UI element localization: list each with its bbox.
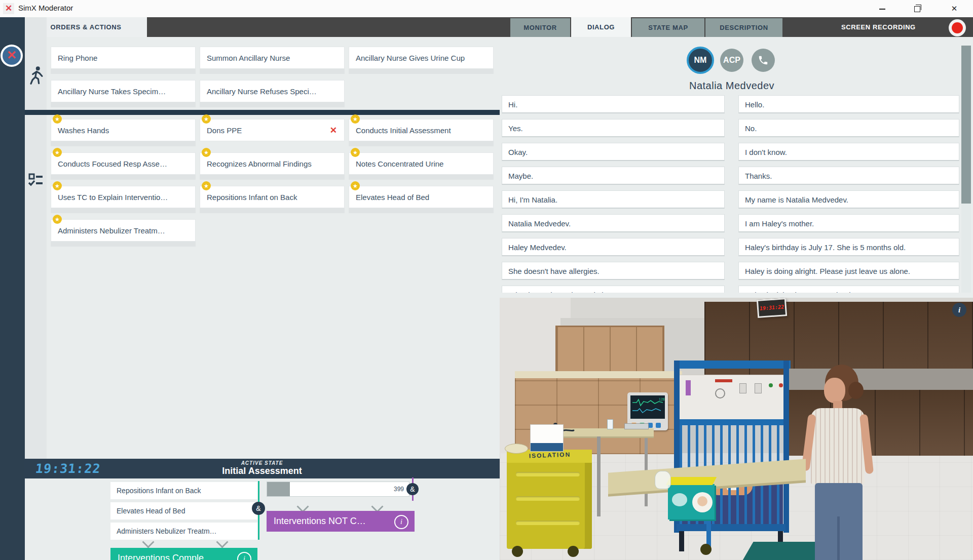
tab-dialog[interactable]: DIALOG	[571, 17, 631, 37]
order-card-in-progress[interactable]: Dons PPE ✕	[200, 119, 345, 141]
sim-mother-hair-bun	[848, 382, 864, 399]
dialog-options-left: Hi. Yes. Okay. Maybe. Hi, I'm Natalia. N…	[502, 95, 725, 293]
order-card-starred[interactable]: Conducts Focused Resp Asse…	[51, 152, 196, 175]
sim-diaper-box-top	[666, 477, 717, 485]
sim-mother-top	[811, 408, 865, 484]
order-card[interactable]: Summon Ancillary Nurse	[200, 47, 345, 69]
sim-diaper-box	[668, 484, 715, 519]
sim-crib-top-rail	[674, 361, 791, 369]
interventions-complete-label: Interventions Comple…	[118, 553, 213, 560]
dialog-option[interactable]: Hello.	[738, 95, 959, 113]
flow-intervention[interactable]: Administers Nebulizer Treatm…	[110, 523, 257, 540]
checklist-icon	[28, 172, 44, 188]
speaker-name: Natalia Medvedev	[630, 80, 833, 92]
sim-mother-jeans-seam	[837, 516, 840, 560]
dialog-option[interactable]: Yes.	[502, 119, 725, 137]
dialog-option[interactable]: Okay.	[502, 143, 725, 161]
order-card-starred[interactable]: Washes Hands	[51, 119, 196, 141]
dialog-option[interactable]: Haley's birthday is July 17. She is 5 mo…	[738, 238, 959, 256]
dialog-scrollbar[interactable]	[961, 46, 971, 293]
sim-nebulizer-mask	[655, 471, 671, 489]
order-card[interactable]: Ring Phone	[51, 47, 196, 69]
star-badge-icon: ★	[53, 181, 62, 190]
restore-button[interactable]	[906, 0, 929, 17]
dialog-option[interactable]: Haley is doing alright. Please just leav…	[738, 262, 959, 280]
order-card[interactable]: Ancillary Nurse Takes Specim…	[51, 80, 196, 102]
sim-wall-clock: 19:31:22	[757, 298, 787, 318]
sim-rail	[715, 379, 732, 382]
action-progress-bar	[200, 141, 345, 141]
window-title: SimX Moderator	[18, 4, 73, 12]
dialog-option[interactable]: My name is Natalia Medvedev.	[738, 190, 959, 209]
stop-session-button[interactable]: ✕	[1, 45, 23, 67]
flow-intervention[interactable]: Elevates Head of Bed	[110, 502, 257, 519]
record-button[interactable]	[949, 19, 966, 36]
order-card-starred[interactable]: Administers Nebulizer Treatm…	[51, 219, 196, 242]
star-badge-icon: ★	[351, 148, 360, 157]
dialog-option[interactable]: Natalia Medvedev.	[502, 214, 725, 232]
star-badge-icon: ★	[53, 215, 62, 224]
tab-description[interactable]: DESCRIPTION	[705, 18, 782, 37]
avatar-acp[interactable]: ACP	[720, 49, 743, 72]
dialog-option[interactable]: I don't know.	[738, 143, 959, 161]
order-card-starred[interactable]: Uses TC to Explain Interventio…	[51, 186, 196, 208]
dialog-option[interactable]: Maybe.	[502, 167, 725, 185]
order-card-starred[interactable]: Elevates Head of Bed	[349, 186, 494, 208]
sim-outlet	[686, 380, 691, 395]
sim-cart-drawer	[516, 496, 580, 501]
sim-crib-base	[677, 524, 785, 531]
minimize-button[interactable]	[871, 0, 894, 17]
dialog-option[interactable]: Hi.	[502, 95, 725, 113]
sim-bottle	[607, 419, 613, 429]
dialog-option[interactable]: Why do you have those clothes on?	[502, 286, 725, 293]
dialog-option[interactable]: I am Haley's mother.	[738, 214, 959, 232]
order-card[interactable]: Ancillary Nurse Gives Urine Cup	[349, 47, 494, 69]
order-card-starred[interactable]: Repositions Infant on Back	[200, 186, 345, 208]
tab-state-map[interactable]: STATE MAP	[632, 18, 704, 37]
star-badge-icon: ★	[351, 181, 360, 190]
interventions-complete-button[interactable]: Interventions Comple… i	[110, 548, 257, 560]
flow-intervention[interactable]: Repositions Infant on Back	[110, 482, 257, 499]
dialog-option[interactable]: Haley Medvedev.	[502, 238, 725, 256]
sim-cart-drawer	[516, 472, 580, 476]
order-card-starred[interactable]: Notes Concentrated Urine	[349, 152, 494, 175]
title-bar: ✕ SimX Moderator ✕	[0, 0, 973, 18]
flow-timer-bar: 399	[267, 482, 409, 497]
dialog-option[interactable]: Haley is doing better now, thank you.	[738, 286, 959, 293]
dialog-option[interactable]: She doesn't have allergies.	[502, 262, 725, 280]
sim-outlet	[739, 383, 746, 393]
sim-mother-face	[824, 378, 845, 403]
dialog-option[interactable]: No.	[738, 119, 959, 137]
stop-x-icon: ✕	[3, 47, 21, 65]
sim-cart-drawer	[516, 521, 580, 525]
checklist-group-button[interactable]	[28, 172, 45, 190]
sim-isolation-cart: ISOLATION	[507, 450, 592, 549]
order-card-starred[interactable]: Conducts Initial Assessment	[349, 119, 494, 141]
star-badge-icon: ★	[202, 181, 211, 190]
dialog-option[interactable]: Thanks.	[738, 167, 959, 185]
tab-monitor[interactable]: MONITOR	[510, 18, 570, 37]
dialog-scrollbar-thumb[interactable]	[961, 46, 971, 204]
and-badge: &	[406, 483, 419, 495]
sim-info-button[interactable]: i	[952, 303, 966, 317]
order-card-starred[interactable]: Recognizes Abnormal Findings	[200, 152, 345, 175]
interventions-not-complete-button[interactable]: Interventions NOT C… i	[267, 511, 415, 532]
avatar-nm[interactable]: NM	[687, 47, 714, 74]
app-window: ✕ SimX Moderator ✕ ORDERS & ACTIONS MONI…	[0, 0, 973, 560]
close-button[interactable]: ✕	[943, 0, 966, 17]
cancel-action-icon[interactable]: ✕	[330, 119, 337, 141]
sim-3d-view[interactable]: 19:31:22 i 128	[500, 298, 973, 560]
sim-monitor-button	[656, 423, 661, 428]
dialog-option[interactable]: Hi, I'm Natalia.	[502, 190, 725, 209]
star-badge-icon: ★	[53, 114, 62, 124]
sim-headwall	[679, 375, 789, 426]
screen-recording-label: SCREEN RECORDING	[841, 17, 916, 37]
sim-upper-cabinets	[555, 326, 664, 376]
info-icon[interactable]: i	[394, 515, 408, 529]
order-card[interactable]: Ancillary Nurse Refuses Speci…	[200, 80, 345, 102]
actions-group-button[interactable]	[28, 66, 44, 87]
sim-diaper-box-baby-face	[697, 496, 707, 506]
avatar-phone[interactable]	[752, 49, 775, 72]
minimize-icon	[879, 9, 885, 10]
info-icon[interactable]: i	[237, 552, 251, 560]
